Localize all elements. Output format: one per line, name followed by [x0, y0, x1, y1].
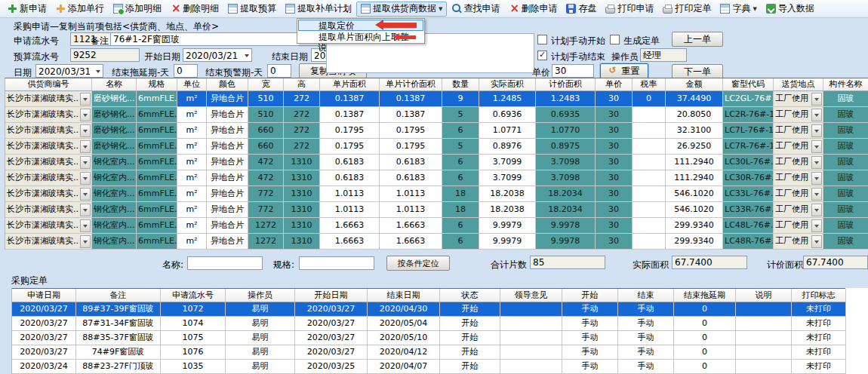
- cell[interactable]: [633, 107, 666, 123]
- cell[interactable]: 1076: [161, 345, 226, 360]
- cell[interactable]: [633, 155, 666, 170]
- cell[interactable]: 26.9250: [666, 139, 723, 155]
- cell[interactable]: [736, 331, 792, 345]
- cell[interactable]: 易明: [226, 360, 295, 374]
- cell[interactable]: 异地合片: [207, 202, 248, 218]
- toolbar-print-application[interactable]: 打印申请: [601, 2, 658, 17]
- cell[interactable]: 手动: [562, 331, 618, 345]
- column-header[interactable]: 单位: [177, 78, 207, 91]
- cell[interactable]: 9.9978: [536, 234, 596, 250]
- cell[interactable]: 6mmFLE...: [137, 234, 177, 250]
- chevron-down-icon[interactable]: [811, 204, 822, 216]
- cell[interactable]: 0.8975: [536, 139, 596, 155]
- cell[interactable]: 272: [284, 139, 320, 155]
- cell[interactable]: 长沙市潇湘玻璃实...: [5, 234, 92, 250]
- cell[interactable]: 30: [596, 107, 633, 123]
- cell[interactable]: 6mmFLE...: [137, 186, 177, 202]
- chevron-down-icon[interactable]: [811, 93, 822, 106]
- cell[interactable]: 1272: [248, 234, 284, 250]
- cell[interactable]: 未打印: [792, 317, 846, 331]
- cell[interactable]: 1.2483: [536, 91, 596, 107]
- cell[interactable]: 272: [284, 123, 320, 139]
- cell[interactable]: [500, 302, 562, 317]
- cell[interactable]: 111.2940: [666, 155, 723, 170]
- cell[interactable]: 1.0113: [320, 202, 380, 218]
- cell[interactable]: 1.0113: [380, 202, 442, 218]
- cell[interactable]: 3.7098: [536, 170, 596, 186]
- cell[interactable]: 2020/03/25: [295, 360, 368, 374]
- start-date-combo[interactable]: 2020/03/21: [183, 48, 252, 62]
- cell[interactable]: 固玻: [823, 123, 868, 139]
- cell[interactable]: 手动: [618, 345, 674, 360]
- cell[interactable]: 18.2034: [536, 186, 596, 202]
- cell[interactable]: 未打印: [792, 302, 846, 317]
- cell[interactable]: [736, 345, 792, 360]
- cell[interactable]: 0.1795: [320, 123, 380, 139]
- cell[interactable]: 9.9979: [479, 234, 536, 250]
- toolbar-delete-application[interactable]: 删除申请: [504, 2, 562, 17]
- column-header[interactable]: 构件名称: [823, 78, 868, 91]
- cell[interactable]: 299.9340: [666, 218, 723, 234]
- cell[interactable]: 手动: [618, 360, 674, 374]
- cell[interactable]: 0: [674, 360, 736, 374]
- cell[interactable]: 工厂使用: [774, 218, 823, 234]
- cell[interactable]: m²: [177, 139, 207, 155]
- cell[interactable]: 手动: [562, 360, 618, 374]
- cell[interactable]: 472: [248, 170, 284, 186]
- cell[interactable]: m²: [177, 91, 207, 107]
- cell[interactable]: 工厂使用: [774, 91, 823, 107]
- cell[interactable]: 手动: [618, 302, 674, 317]
- cell[interactable]: 30: [596, 202, 633, 218]
- cell[interactable]: [500, 331, 562, 345]
- cell[interactable]: 手动: [618, 317, 674, 331]
- cell[interactable]: 未打印: [792, 345, 846, 360]
- chevron-down-icon[interactable]: [811, 172, 822, 185]
- cell[interactable]: 772: [248, 202, 284, 218]
- cell[interactable]: 工厂使用: [774, 234, 823, 250]
- cell[interactable]: 18: [442, 186, 479, 202]
- cell[interactable]: 18.2038: [479, 186, 536, 202]
- cell[interactable]: 88#35-37F窗固玻: [76, 331, 161, 345]
- cell[interactable]: 磨砂钢化...: [92, 91, 137, 107]
- cell[interactable]: [500, 345, 562, 360]
- cell[interactable]: 2020/05/04: [368, 317, 440, 331]
- cell[interactable]: m²: [177, 155, 207, 170]
- toolbar-print-order[interactable]: 打印定单: [658, 2, 716, 17]
- chevron-down-icon[interactable]: [811, 219, 822, 232]
- cell[interactable]: 2020/03/27: [295, 302, 368, 317]
- cell[interactable]: 1310: [284, 218, 320, 234]
- cell[interactable]: m²: [177, 107, 207, 123]
- column-header[interactable]: 计价面积: [536, 78, 596, 91]
- cell[interactable]: LC30L-76#...: [723, 155, 774, 170]
- cell[interactable]: [736, 360, 792, 374]
- cell[interactable]: 开始: [440, 331, 500, 345]
- column-header[interactable]: 送货地点: [774, 78, 823, 91]
- cell[interactable]: 30: [596, 186, 633, 202]
- cell[interactable]: 2020/04/12: [368, 345, 440, 360]
- cell[interactable]: 异地合片: [207, 234, 248, 250]
- cell[interactable]: LC2GL-76#...: [723, 91, 774, 107]
- cell[interactable]: 长沙市潇湘玻璃实...: [5, 91, 92, 107]
- cell[interactable]: 固玻: [823, 218, 868, 234]
- cell[interactable]: 0.6183: [380, 170, 442, 186]
- column-header[interactable]: 开始: [562, 289, 618, 302]
- cell[interactable]: LC33R-76#...: [723, 202, 774, 218]
- cell[interactable]: 546.1020: [666, 202, 723, 218]
- cell[interactable]: LC30R-76#...: [723, 170, 774, 186]
- cell[interactable]: 510: [248, 91, 284, 107]
- toolbar-delete-detail[interactable]: 删除明细: [166, 2, 223, 17]
- end-delay-field[interactable]: [174, 64, 198, 78]
- cell[interactable]: 87#31-34F窗固玻: [76, 317, 161, 331]
- cell[interactable]: 异地合片: [207, 218, 248, 234]
- chevron-down-icon[interactable]: [80, 140, 91, 153]
- column-header[interactable]: 领导意见: [500, 289, 562, 302]
- cell[interactable]: 0.8976: [479, 139, 536, 155]
- cell[interactable]: 37.4490: [666, 91, 723, 107]
- generate-order-checkbox[interactable]: [610, 35, 620, 44]
- cell[interactable]: 固玻: [823, 186, 868, 202]
- cell[interactable]: 1.0771: [479, 123, 536, 139]
- cell[interactable]: 1272: [248, 218, 284, 234]
- cell[interactable]: m²: [177, 186, 207, 202]
- cell[interactable]: 钢化室内...: [92, 155, 137, 170]
- cell[interactable]: 1310: [284, 170, 320, 186]
